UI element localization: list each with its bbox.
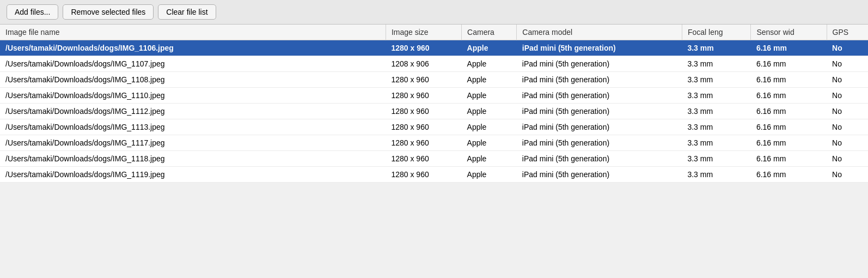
cell-gps: No — [827, 56, 868, 72]
cell-filename: /Users/tamaki/Downloads/dogs/IMG_1119.jp… — [0, 167, 386, 183]
cell-focal: 3.3 mm — [682, 104, 751, 119]
remove-selected-button[interactable]: Remove selected files — [63, 4, 154, 20]
table-row[interactable]: /Users/tamaki/Downloads/dogs/IMG_1118.jp… — [0, 151, 868, 167]
cell-camera-make: Apple — [462, 135, 517, 151]
cell-gps: No — [827, 119, 868, 135]
cell-size: 1280 x 960 — [386, 40, 461, 56]
cell-camera-make: Apple — [462, 72, 517, 88]
table-row[interactable]: /Users/tamaki/Downloads/dogs/IMG_1108.jp… — [0, 72, 868, 88]
cell-size: 1280 x 960 — [386, 119, 461, 135]
cell-focal: 3.3 mm — [682, 167, 751, 183]
cell-camera-model: iPad mini (5th generation) — [517, 135, 682, 151]
cell-sensor: 6.16 mm — [751, 72, 827, 88]
table-row[interactable]: /Users/tamaki/Downloads/dogs/IMG_1119.jp… — [0, 167, 868, 183]
cell-focal: 3.3 mm — [682, 88, 751, 104]
cell-filename: /Users/tamaki/Downloads/dogs/IMG_1117.jp… — [0, 135, 386, 151]
cell-size: 1280 x 960 — [386, 151, 461, 167]
cell-camera-model: iPad mini (5th generation) — [517, 56, 682, 72]
cell-camera-model: iPad mini (5th generation) — [517, 104, 682, 119]
cell-gps: No — [827, 135, 868, 151]
cell-filename: /Users/tamaki/Downloads/dogs/IMG_1118.jp… — [0, 151, 386, 167]
table-header-row: Image file name Image size Camera Camera… — [0, 25, 868, 40]
cell-size: 1208 x 906 — [386, 56, 461, 72]
cell-camera-make: Apple — [462, 56, 517, 72]
cell-camera-model: iPad mini (5th generation) — [517, 119, 682, 135]
cell-filename: /Users/tamaki/Downloads/dogs/IMG_1112.jp… — [0, 104, 386, 119]
cell-filename: /Users/tamaki/Downloads/dogs/IMG_1106.jp… — [0, 40, 386, 56]
table-row[interactable]: /Users/tamaki/Downloads/dogs/IMG_1113.jp… — [0, 119, 868, 135]
cell-camera-make: Apple — [462, 119, 517, 135]
cell-camera-model: iPad mini (5th generation) — [517, 88, 682, 104]
cell-focal: 3.3 mm — [682, 72, 751, 88]
cell-sensor: 6.16 mm — [751, 167, 827, 183]
cell-focal: 3.3 mm — [682, 56, 751, 72]
cell-filename: /Users/tamaki/Downloads/dogs/IMG_1113.jp… — [0, 119, 386, 135]
cell-camera-model: iPad mini (5th generation) — [517, 72, 682, 88]
cell-gps: No — [827, 167, 868, 183]
cell-gps: No — [827, 88, 868, 104]
cell-size: 1280 x 960 — [386, 88, 461, 104]
cell-gps: No — [827, 151, 868, 167]
header-sensor-width: Sensor wid — [751, 25, 827, 40]
cell-focal: 3.3 mm — [682, 40, 751, 56]
cell-camera-make: Apple — [462, 88, 517, 104]
cell-gps: No — [827, 40, 868, 56]
cell-focal: 3.3 mm — [682, 135, 751, 151]
table-row[interactable]: /Users/tamaki/Downloads/dogs/IMG_1107.jp… — [0, 56, 868, 72]
file-table: Image file name Image size Camera Camera… — [0, 25, 868, 183]
header-gps: GPS — [827, 25, 868, 40]
table-row[interactable]: /Users/tamaki/Downloads/dogs/IMG_1112.jp… — [0, 104, 868, 119]
header-camera-model: Camera model — [517, 25, 682, 40]
cell-filename: /Users/tamaki/Downloads/dogs/IMG_1108.jp… — [0, 72, 386, 88]
header-camera-make: Camera — [462, 25, 517, 40]
cell-gps: No — [827, 104, 868, 119]
cell-sensor: 6.16 mm — [751, 104, 827, 119]
cell-camera-model: iPad mini (5th generation) — [517, 151, 682, 167]
cell-filename: /Users/tamaki/Downloads/dogs/IMG_1110.jp… — [0, 88, 386, 104]
cell-camera-make: Apple — [462, 104, 517, 119]
cell-size: 1280 x 960 — [386, 167, 461, 183]
cell-gps: No — [827, 72, 868, 88]
header-filename: Image file name — [0, 25, 386, 40]
cell-focal: 3.3 mm — [682, 119, 751, 135]
table-row[interactable]: /Users/tamaki/Downloads/dogs/IMG_1110.jp… — [0, 88, 868, 104]
add-files-button[interactable]: Add files... — [7, 4, 58, 20]
cell-size: 1280 x 960 — [386, 135, 461, 151]
header-focal-length: Focal leng — [682, 25, 751, 40]
cell-sensor: 6.16 mm — [751, 151, 827, 167]
cell-size: 1280 x 960 — [386, 72, 461, 88]
cell-camera-make: Apple — [462, 151, 517, 167]
cell-sensor: 6.16 mm — [751, 88, 827, 104]
clear-list-button[interactable]: Clear file list — [158, 4, 216, 20]
cell-sensor: 6.16 mm — [751, 40, 827, 56]
cell-camera-make: Apple — [462, 40, 517, 56]
cell-camera-make: Apple — [462, 167, 517, 183]
cell-sensor: 6.16 mm — [751, 119, 827, 135]
cell-filename: /Users/tamaki/Downloads/dogs/IMG_1107.jp… — [0, 56, 386, 72]
table-row[interactable]: /Users/tamaki/Downloads/dogs/IMG_1106.jp… — [0, 40, 868, 56]
cell-focal: 3.3 mm — [682, 151, 751, 167]
cell-sensor: 6.16 mm — [751, 135, 827, 151]
table-row[interactable]: /Users/tamaki/Downloads/dogs/IMG_1117.jp… — [0, 135, 868, 151]
cell-camera-model: iPad mini (5th generation) — [517, 167, 682, 183]
cell-camera-model: iPad mini (5th generation) — [517, 40, 682, 56]
cell-size: 1280 x 960 — [386, 104, 461, 119]
toolbar: Add files... Remove selected files Clear… — [0, 0, 868, 25]
header-size: Image size — [386, 25, 461, 40]
cell-sensor: 6.16 mm — [751, 56, 827, 72]
